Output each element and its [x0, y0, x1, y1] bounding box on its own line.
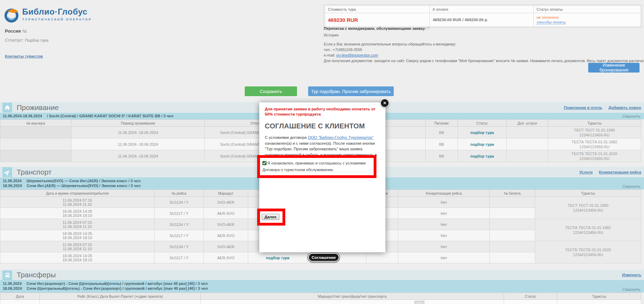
next-button-box: Далее: [257, 209, 285, 226]
tr-col-ticket: № билета: [490, 190, 535, 197]
transfers-collapse-link[interactable]: Свернуть: [623, 287, 641, 292]
tour-price: 469230 RUR: [328, 17, 358, 23]
transport-route-1: Шереметьево(SVO) — Сочи Инт.(AER) / Экон…: [26, 179, 140, 183]
accommodation-title: Проживание: [17, 102, 59, 113]
manager-block: Переписка с менеджерами, обслуживающими …: [324, 26, 644, 63]
agreement-pill-button[interactable]: Соглашение: [308, 253, 339, 262]
agreement-checkbox[interactable]: [262, 161, 267, 165]
history-link[interactable]: История: [324, 33, 644, 37]
acc-col-tourists: Туристы: [548, 120, 641, 127]
add-room-link[interactable]: Добавить номер: [608, 105, 641, 110]
transfers-title: Трансферы: [17, 270, 56, 280]
to-pay-value: 469230.00 RUR / 469230.00 р.: [433, 18, 488, 22]
status-line: Статус: Подбор тура: [5, 37, 49, 43]
tr-col-tourists: Туристы: [535, 190, 641, 197]
acc-col-period: Период проживания: [71, 120, 205, 127]
tf-col-status: Статус: [504, 293, 557, 300]
payment-warning: Для принятия заявки в работу необходимо …: [265, 107, 380, 117]
transfer-route-2: Сочи (Центральный)(отель) - Сочи Инт.(аэ…: [27, 286, 208, 290]
agreement-checkbox-box: Я ознакомлен, принимаю и соглашаюсь с ус…: [257, 155, 376, 178]
transfer-route-1: Сочи Инт.(аэропорт) - Сочи (Центральный)…: [26, 281, 208, 286]
order-number-label: №: [22, 28, 27, 34]
transfers-edit-link[interactable]: Изменить: [622, 273, 641, 277]
page: Библио·Глобус ТУРИСТИЧЕСКИЙ ОПЕРАТОР Рос…: [0, 0, 644, 304]
transfer-date-2: 18.06.2024: [3, 286, 22, 290]
close-icon[interactable]: ✕: [380, 99, 389, 108]
agreement-checkbox-label: Я ознакомлен, принимаю и соглашаюсь с ус…: [262, 161, 366, 172]
tf-col-route: Маршрут/тип трансфера/тип транспорта: [201, 293, 504, 300]
acc-col-extra: Доп. услуги: [507, 120, 548, 127]
acc-col-status: Статус: [458, 120, 507, 127]
payment-header-cost: Стоимость тура: [325, 6, 430, 13]
transfers-section-header: Трансферы Изменить: [0, 270, 644, 280]
manager-questions-line: Если у Вас возникли дополнительные вопро…: [324, 42, 644, 47]
help-question-mark[interactable]: ?: [427, 26, 429, 31]
save-button[interactable]: Сохранить: [245, 86, 297, 96]
transfers-table: Дата Рейс (Класс) Дата Вылет-Прилет (+сд…: [0, 293, 641, 304]
transport-collapse-link[interactable]: Свернуть: [623, 184, 641, 188]
tr-col-datetime: Дата и время отправления/прибытия: [0, 190, 155, 197]
tourist-contacts-link[interactable]: Контакты туристов: [5, 54, 43, 58]
tf-col-flight: Рейс (Класс) Дата Вылет-Прилет (+сдвиг п…: [40, 293, 201, 300]
brand-tagline: ТУРИСТИЧЕСКИЙ ОПЕРАТОР: [22, 18, 92, 21]
next-button[interactable]: Далее: [262, 214, 279, 220]
book-tour-button[interactable]: Тур подобран. Просим забронировать: [308, 86, 394, 96]
flight-concretization-link[interactable]: Конкретизация рейса: [599, 170, 641, 174]
email-label: e-mail:: [324, 53, 335, 57]
status-link[interactable]: подбор тура: [470, 142, 494, 146]
tf-col-tourists: Туристы: [557, 293, 641, 300]
status-value: Подбор тура: [25, 38, 49, 42]
payment-status-badge: не оплачено: [537, 15, 638, 19]
services-link[interactable]: Услуги: [580, 170, 593, 174]
operator-contract-link[interactable]: ООО "Библио-Глобус Туроператор": [308, 135, 373, 140]
correspondence-label: Переписка с менеджерами, обслуживающими …: [324, 26, 426, 31]
agreement-title: СОГЛАШЕНИЕ С КЛИЕНТОМ: [265, 122, 380, 130]
transport-route-2: Сочи Инт.(AER) — Шереметьево(SVO) / Экон…: [27, 184, 141, 188]
change-booking-button[interactable]: Изменение бронирования: [588, 63, 639, 73]
acc-col-voucher: № ваучера: [0, 120, 71, 127]
transfers-itinerary-bar: 11.06.2024Сочи Инт.(аэропорт) - Сочи (Це…: [0, 280, 644, 293]
country-line: Россия №: [5, 28, 27, 34]
payment-methods-link[interactable]: способы оплаты: [537, 20, 566, 25]
hotel-wishes-link[interactable]: Пожелания в отель: [564, 105, 602, 110]
accommodation-collapse-link[interactable]: Свернуть: [623, 114, 641, 118]
acc-col-meal: Питание: [426, 120, 458, 127]
tr-col-concretization: Конкретизация рейса: [398, 190, 490, 197]
payment-table: Стоимость тура К оплате Статус оплаты 46…: [324, 5, 642, 28]
status-link[interactable]: подбор тура: [470, 130, 494, 135]
biblio-globus-logo-icon: [4, 7, 19, 24]
logo: Библио·Глобус ТУРИСТИЧЕСКИЙ ОПЕРАТОР: [4, 7, 92, 24]
home-icon: [2, 103, 12, 112]
manager-email-link[interactable]: on-line@bgoperator.com: [336, 53, 378, 57]
transfer-date-1: 11.06.2024: [3, 281, 21, 286]
accommodation-itinerary: / Sochi (Central) / GRAND KARAT SOCHI 5*…: [47, 114, 173, 118]
status-link[interactable]: подбор тура: [470, 154, 494, 158]
status-link[interactable]: подбор тура: [266, 256, 289, 260]
client-agreement-modal: ✕ Для принятия заявки в работу необходим…: [259, 102, 385, 252]
tr-col-flight: № рейса: [155, 190, 204, 197]
table-row: [0, 300, 641, 304]
transport-date-1: 11.06.2024: [3, 179, 21, 183]
bus-icon: [2, 270, 12, 280]
accommodation-dates: 11.06.2024-18.06.2024: [3, 114, 42, 118]
manager-phone: тел.: +7(495)109-2555: [324, 48, 644, 52]
tr-col-route: Маршрут: [204, 190, 248, 197]
payment-header-status: Статус оплаты: [534, 6, 641, 13]
payment-header-topay: К оплате: [430, 6, 534, 13]
transport-title: Транспорт: [17, 167, 52, 177]
transport-date-2: 18.06.2024: [3, 184, 22, 188]
country-label: Россия: [5, 28, 21, 34]
status-label: Статус:: [5, 37, 24, 43]
transfer-row-control[interactable]: [415, 301, 424, 304]
tf-col-date: Дата: [0, 293, 40, 300]
brand-name: Библио·Глобус: [22, 7, 92, 17]
plane-icon: [2, 167, 12, 177]
